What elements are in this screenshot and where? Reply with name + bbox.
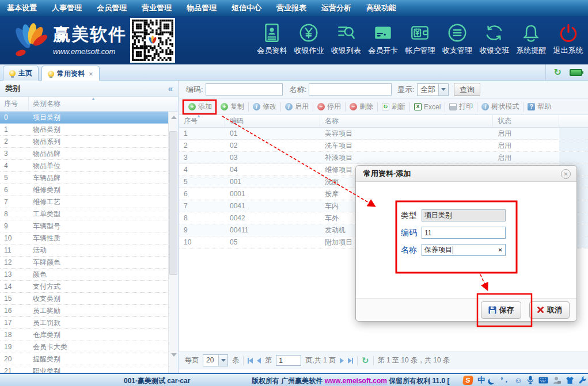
app-window: 基本设置人事管理会员管理营业管理物品管理短信中心营业报表运营分析高级功能 赢美软… <box>0 0 588 386</box>
quick-exit-system[interactable]: 退出系统 <box>550 21 587 63</box>
grid-col-code[interactable]: 编码 <box>225 115 320 127</box>
website-link[interactable]: www.emeisoft.com <box>325 377 387 385</box>
save-button[interactable]: 保存 <box>481 301 521 319</box>
scroll-thumb[interactable] <box>169 131 177 275</box>
category-row[interactable]: 3 物品品牌 <box>0 148 168 160</box>
quick-member-profile[interactable]: 会员资料 <box>253 21 290 63</box>
category-row[interactable]: 21 职业类别 <box>0 365 168 373</box>
punctuation-icon[interactable]: °， <box>500 376 509 384</box>
category-row[interactable]: 6 维修类别 <box>0 184 168 196</box>
collapse-icon[interactable]: « <box>168 83 173 93</box>
category-row[interactable]: 13 颜色 <box>0 269 168 281</box>
code-input[interactable] <box>206 83 283 95</box>
category-row[interactable]: 7 维修工艺 <box>0 196 168 208</box>
per-page-select[interactable]: 20 <box>203 354 228 366</box>
skin-shirt-icon[interactable] <box>566 376 574 384</box>
user-icon[interactable] <box>553 376 561 384</box>
menu-item[interactable]: 高级功能 <box>366 3 396 13</box>
menu-item[interactable]: 物品管理 <box>187 3 217 13</box>
menu-item[interactable]: 运营分析 <box>321 3 351 13</box>
refresh-icon[interactable]: ↻ <box>554 67 562 78</box>
last-page-icon[interactable] <box>348 358 353 364</box>
refresh-button[interactable]: 刷新 <box>378 102 409 112</box>
wrench-icon[interactable] <box>579 376 587 384</box>
grid-row[interactable]: 1 01 美容项目 启用 <box>179 128 588 140</box>
category-row[interactable]: 2 物品系列 <box>0 136 168 148</box>
category-row[interactable]: 16 员工奖励 <box>0 305 168 317</box>
category-row[interactable]: 5 车辆品牌 <box>0 172 168 184</box>
category-row[interactable]: 4 物品单位 <box>0 160 168 172</box>
sidebar-col-seq[interactable]: 序号 <box>0 97 29 111</box>
help-button[interactable]: 帮助 <box>523 102 555 112</box>
moon-mode-icon[interactable] <box>489 376 496 384</box>
disable-button[interactable]: 停用 <box>313 102 345 112</box>
edit-button[interactable]: 修改 <box>249 102 280 112</box>
sogou-logo-icon[interactable]: S <box>462 376 473 385</box>
grid-col-name[interactable]: 名称 <box>320 115 493 127</box>
ime-language-icon[interactable]: 中 <box>477 375 485 385</box>
category-row[interactable]: 14 支付方式 <box>0 281 168 293</box>
menu-item[interactable]: 营业报表 <box>276 3 306 13</box>
grid-row[interactable]: 2 02 洗车项目 启用 <box>179 140 588 152</box>
grid-row[interactable]: 3 03 补漆项目 启用 <box>179 152 588 164</box>
tree-mode-button[interactable]: 树状模式 <box>477 102 523 112</box>
sidebar-scrollbar[interactable] <box>168 112 178 373</box>
category-row[interactable]: 11 活动 <box>0 244 168 257</box>
menu-item[interactable]: 短信中心 <box>232 3 261 13</box>
display-select[interactable]: 全部 <box>417 83 449 96</box>
quick-system-reminder[interactable]: 系统提醒 <box>513 21 549 63</box>
query-button[interactable]: 查询 <box>454 83 480 96</box>
quick-open-card[interactable]: 会员开卡 <box>365 21 401 63</box>
name-input[interactable] <box>309 83 392 95</box>
category-row[interactable]: 19 会员卡大类 <box>0 341 168 353</box>
menu-item[interactable]: 人事管理 <box>52 3 82 13</box>
dialog-code-input[interactable]: 11 <box>422 227 506 239</box>
quick-cashier-list[interactable]: 收银列表 <box>328 21 365 63</box>
tab-close-icon[interactable]: × <box>89 70 93 78</box>
print-button[interactable]: 打印 <box>445 102 477 112</box>
copy-icon <box>221 103 228 110</box>
scroll-down-icon[interactable] <box>171 353 177 357</box>
page-input[interactable] <box>276 355 301 366</box>
menu-item[interactable]: 会员管理 <box>97 3 127 13</box>
quick-income-expense[interactable]: 收支管理 <box>439 21 476 63</box>
type-input[interactable]: 项目类别 <box>422 209 506 221</box>
clear-input-icon[interactable]: ✕ <box>498 247 503 253</box>
menu-item[interactable]: 营业管理 <box>142 3 172 13</box>
category-row[interactable]: 1 物品类别 <box>0 124 168 136</box>
quick-account-management[interactable]: 帐户管理 <box>401 21 438 63</box>
copy-button[interactable]: 复制 <box>217 102 248 112</box>
category-row[interactable]: 17 员工罚款 <box>0 317 168 329</box>
category-row[interactable]: 18 仓库类别 <box>0 329 168 341</box>
pager-refresh-icon[interactable]: ↻ <box>362 356 369 366</box>
category-row[interactable]: 0 项目类别 <box>0 112 168 124</box>
keyboard-icon[interactable] <box>538 377 548 384</box>
dialog-close-icon[interactable]: ✕ <box>561 169 571 179</box>
delete-button[interactable]: 删除 <box>346 102 377 112</box>
grid-col-seq[interactable]: 序号 <box>179 115 225 127</box>
category-row[interactable]: 12 车牌颜色 <box>0 257 168 269</box>
prev-page-icon[interactable] <box>257 358 261 364</box>
cancel-button[interactable]: 取消 <box>529 301 570 319</box>
scroll-up-icon[interactable] <box>171 116 177 119</box>
excel-button[interactable]: Excel <box>410 103 445 111</box>
sidebar-col-name[interactable]: 类别名称 <box>29 97 178 111</box>
emoji-icon[interactable]: ☺ <box>514 376 522 385</box>
battery-icon[interactable] <box>570 69 582 76</box>
quick-cashier-work[interactable]: 收银作业 <box>290 21 327 63</box>
category-row[interactable]: 20 提醒类别 <box>0 353 168 365</box>
category-row[interactable]: 8 工单类型 <box>0 208 168 220</box>
grid-col-status[interactable]: 状态 <box>493 115 559 127</box>
category-row[interactable]: 9 车辆型号 <box>0 220 168 232</box>
microphone-icon[interactable] <box>527 376 534 384</box>
quick-shift-change[interactable]: 收银交班 <box>476 21 513 63</box>
tab-common-data[interactable]: 常用资料 × <box>41 66 100 81</box>
first-page-icon[interactable] <box>248 358 253 364</box>
category-row[interactable]: 10 车辆性质 <box>0 232 168 244</box>
category-row[interactable]: 15 收支类别 <box>0 293 168 305</box>
dialog-name-input[interactable]: 保养项目✕ <box>422 244 506 256</box>
menu-item[interactable]: 基本设置 <box>7 3 37 13</box>
next-page-icon[interactable] <box>340 358 344 364</box>
enable-button[interactable]: 启用 <box>281 102 313 112</box>
tab-home[interactable]: 主页 <box>3 66 39 81</box>
